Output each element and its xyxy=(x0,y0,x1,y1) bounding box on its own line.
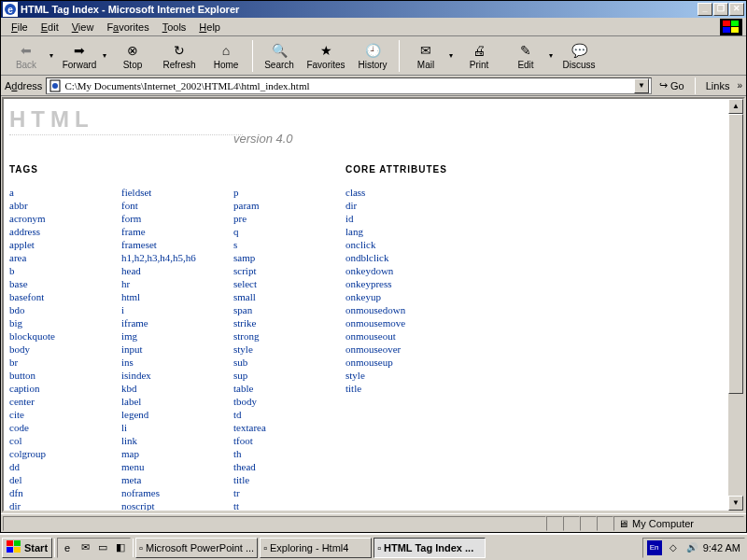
menu-view[interactable]: View xyxy=(65,20,101,35)
tag-link[interactable]: caption xyxy=(9,382,103,395)
menu-help[interactable]: Help xyxy=(192,20,227,35)
tag-link[interactable]: tr xyxy=(233,486,327,499)
start-button[interactable]: Start xyxy=(2,538,52,558)
tag-link[interactable]: dfn xyxy=(9,486,103,499)
tray-lang-icon[interactable]: En xyxy=(647,540,662,555)
search-button[interactable]: 🔍Search xyxy=(256,38,303,74)
tag-link[interactable]: s xyxy=(233,238,327,251)
tag-link[interactable]: menu xyxy=(121,460,215,473)
tag-link[interactable]: del xyxy=(9,473,103,486)
tag-link[interactable]: hr xyxy=(121,277,215,290)
back-dropdown[interactable]: ▾ xyxy=(49,38,56,74)
tag-link[interactable]: bdo xyxy=(9,303,103,316)
tag-link[interactable]: frame xyxy=(121,225,215,238)
tag-link[interactable]: class xyxy=(345,186,458,199)
vertical-scrollbar[interactable]: ▲ ▼ xyxy=(728,99,743,511)
tag-link[interactable]: map xyxy=(121,447,215,460)
tag-link[interactable]: col xyxy=(9,434,103,447)
tag-link[interactable]: tbody xyxy=(233,395,327,408)
tag-link[interactable]: strong xyxy=(233,329,327,343)
menu-file[interactable]: File xyxy=(5,20,35,35)
tag-link[interactable]: samp xyxy=(233,251,327,264)
tag-link[interactable]: onmouseover xyxy=(345,343,458,356)
tag-link[interactable]: onmousedown xyxy=(345,303,458,316)
back-button[interactable]: ⬅Back xyxy=(3,38,49,74)
tag-link[interactable]: dd xyxy=(9,460,103,473)
tag-link[interactable]: textarea xyxy=(233,421,327,434)
tag-link[interactable]: q xyxy=(233,225,327,238)
tag-link[interactable]: onkeydown xyxy=(345,264,458,277)
minimize-button[interactable]: _ xyxy=(698,3,712,16)
tray-volume-icon[interactable]: 🔊 xyxy=(684,540,699,555)
links-chevron-icon[interactable]: » xyxy=(737,80,742,91)
ql-app-icon[interactable]: ◧ xyxy=(112,539,129,556)
tag-link[interactable]: colgroup xyxy=(9,447,103,460)
tag-link[interactable]: p xyxy=(233,186,327,199)
discuss-button[interactable]: 💬Discuss xyxy=(556,38,602,74)
tag-link[interactable]: fieldset xyxy=(121,186,215,199)
tag-link[interactable]: frameset xyxy=(121,238,215,251)
tag-link[interactable]: title xyxy=(233,473,327,486)
favorites-button[interactable]: ★Favorites xyxy=(303,38,349,74)
ql-ie-icon[interactable]: e xyxy=(59,539,76,556)
tag-link[interactable]: dir xyxy=(9,499,103,512)
tag-link[interactable]: img xyxy=(121,329,215,343)
ql-desktop-icon[interactable]: ▭ xyxy=(94,539,111,556)
tag-link[interactable]: blockquote xyxy=(9,329,103,343)
tag-link[interactable]: sub xyxy=(233,356,327,369)
history-button[interactable]: 🕘History xyxy=(349,38,396,74)
tag-link[interactable]: noframes xyxy=(121,486,215,499)
forward-button[interactable]: ➡Forward xyxy=(56,38,103,74)
tag-link[interactable]: isindex xyxy=(121,369,215,382)
tag-link[interactable]: ondblclick xyxy=(345,251,458,264)
tag-link[interactable]: sup xyxy=(233,369,327,382)
tag-link[interactable]: applet xyxy=(9,238,103,251)
address-input[interactable] xyxy=(64,80,634,91)
tag-link[interactable]: onmouseup xyxy=(345,356,458,369)
tag-link[interactable]: tfoot xyxy=(233,434,327,447)
tag-link[interactable]: b xyxy=(9,264,103,277)
tag-link[interactable]: iframe xyxy=(121,316,215,329)
refresh-button[interactable]: ↻Refresh xyxy=(156,38,203,74)
taskbar-task[interactable]: ▫HTML Tag Index ... xyxy=(374,538,486,558)
tag-link[interactable]: basefont xyxy=(9,290,103,303)
tag-link[interactable]: dir xyxy=(345,199,458,212)
menu-edit[interactable]: Edit xyxy=(35,20,65,35)
tag-link[interactable]: onclick xyxy=(345,238,458,251)
tag-link[interactable]: label xyxy=(121,395,215,408)
tag-link[interactable]: br xyxy=(9,356,103,369)
scroll-up-button[interactable]: ▲ xyxy=(728,99,743,114)
tag-link[interactable]: button xyxy=(9,369,103,382)
menu-favorites[interactable]: Favorites xyxy=(100,20,155,35)
links-label[interactable]: Links xyxy=(702,80,734,91)
tag-link[interactable]: acronym xyxy=(9,212,103,225)
tag-link[interactable]: onkeyup xyxy=(345,290,458,303)
stop-button[interactable]: ⊗Stop xyxy=(109,38,156,74)
tag-link[interactable]: input xyxy=(121,343,215,356)
edit-dropdown[interactable]: ▾ xyxy=(549,38,556,74)
tag-link[interactable]: body xyxy=(9,343,103,356)
tag-link[interactable]: tt xyxy=(233,499,327,512)
tray-clock[interactable]: 9:42 AM xyxy=(703,542,740,553)
tag-link[interactable]: code xyxy=(9,421,103,434)
tag-link[interactable]: meta xyxy=(121,473,215,486)
tag-link[interactable]: title xyxy=(345,382,458,395)
scroll-down-button[interactable]: ▼ xyxy=(728,496,743,511)
tag-link[interactable]: script xyxy=(233,264,327,277)
tray-app-icon[interactable]: ◇ xyxy=(666,540,681,555)
scroll-thumb[interactable] xyxy=(728,114,743,394)
tag-link[interactable]: html xyxy=(121,290,215,303)
home-button[interactable]: ⌂Home xyxy=(203,38,249,74)
tag-link[interactable]: select xyxy=(233,277,327,290)
forward-dropdown[interactable]: ▾ xyxy=(103,38,109,74)
tag-link[interactable]: ins xyxy=(121,356,215,369)
tag-link[interactable]: td xyxy=(233,408,327,421)
address-dropdown[interactable]: ▼ xyxy=(634,78,649,93)
tag-link[interactable]: span xyxy=(233,303,327,316)
taskbar-task[interactable]: ▫Microsoft PowerPoint ... xyxy=(135,538,258,558)
tag-link[interactable]: pre xyxy=(233,212,327,225)
tag-link[interactable]: center xyxy=(9,395,103,408)
tag-link[interactable]: font xyxy=(121,199,215,212)
tag-link[interactable]: address xyxy=(9,225,103,238)
tag-link[interactable]: form xyxy=(121,212,215,225)
